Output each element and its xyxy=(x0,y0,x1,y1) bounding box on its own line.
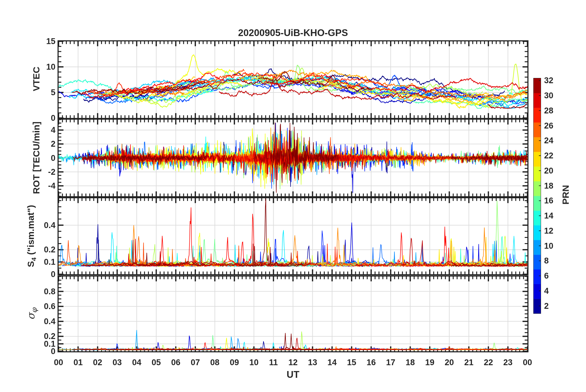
colorbar-tick-label: 4 xyxy=(544,286,549,296)
x-tick-label: 11 xyxy=(269,358,278,367)
colorbar-tick-label: 16 xyxy=(544,196,553,206)
colorbar-tick-label: 20 xyxy=(544,166,553,175)
colorbar-tick-label: 8 xyxy=(544,256,549,266)
y-tick-label: 0.8 xyxy=(44,287,55,296)
colorbar-tick-label: 14 xyxy=(544,211,553,221)
y-tick-label: 0.2 xyxy=(44,245,55,255)
chart-canvas xyxy=(0,0,586,392)
x-tick-label: 00 xyxy=(523,358,532,367)
chart-title: 20200905-UiB-KHO-GPS xyxy=(238,27,348,39)
colorbar-tick-label: 30 xyxy=(544,91,553,100)
x-axis-label: UT xyxy=(287,369,299,380)
x-tick-label: 12 xyxy=(288,358,298,367)
y-tick-label: 15 xyxy=(46,37,55,46)
colorbar-tick-label: 28 xyxy=(544,106,553,115)
x-tick-label: 10 xyxy=(249,358,258,367)
y-tick-label: 0 xyxy=(51,270,55,279)
x-tick-label: 17 xyxy=(386,358,395,367)
x-tick-label: 19 xyxy=(425,358,434,367)
colorbar-tick-label: 32 xyxy=(544,76,553,85)
x-tick-label: 13 xyxy=(308,358,317,367)
y-axis-label-rot: ROT [TECU/min] xyxy=(31,122,42,194)
y-tick-label: 0.4 xyxy=(44,316,55,326)
y-tick-label: 5 xyxy=(51,88,55,97)
x-tick-label: 05 xyxy=(152,358,161,367)
x-tick-label: 08 xyxy=(210,358,219,367)
colorbar-tick-label: 6 xyxy=(544,271,549,281)
colorbar-tick-label: 24 xyxy=(544,136,553,145)
x-tick-label: 22 xyxy=(484,358,493,367)
y-tick-label: 0.1 xyxy=(44,257,55,267)
y-tick-label: 4 xyxy=(51,125,55,135)
x-tick-label: 04 xyxy=(132,358,141,367)
colorbar-tick-label: 2 xyxy=(544,301,549,311)
y-tick-label: 0 xyxy=(51,153,55,163)
x-tick-label: 03 xyxy=(112,358,122,367)
y-tick-label: 0 xyxy=(51,113,55,123)
y-axis-label-vtec: VTEC xyxy=(31,67,42,91)
x-tick-label: 07 xyxy=(191,358,200,367)
colorbar-tick-label: 12 xyxy=(544,226,553,235)
x-tick-label: 02 xyxy=(93,358,102,367)
y-tick-label: 0.4 xyxy=(44,220,55,230)
colorbar-tick-label: 10 xyxy=(544,241,553,251)
y-tick-label: 0.6 xyxy=(44,302,55,311)
x-tick-label: 14 xyxy=(328,358,337,367)
y-tick-label: 0.2 xyxy=(44,332,55,341)
x-tick-label: 21 xyxy=(464,358,474,367)
y-tick-label: 2 xyxy=(51,139,55,149)
colorbar-tick-label: 18 xyxy=(544,181,553,190)
x-tick-label: 20 xyxy=(445,358,454,367)
colorbar-label: PRN xyxy=(560,185,571,204)
x-tick-label: 09 xyxy=(230,358,239,367)
x-tick-label: 23 xyxy=(503,358,513,367)
y-axis-label-s4: S4 ("ism.mat") xyxy=(26,205,36,267)
y-axis-label-sigma-phi: σφ xyxy=(25,308,37,320)
x-tick-label: 00 xyxy=(54,358,63,367)
x-tick-label: 18 xyxy=(405,358,415,367)
colorbar-tick-label: 22 xyxy=(544,151,553,161)
y-tick-label: -2 xyxy=(48,167,55,177)
x-tick-label: 01 xyxy=(73,358,83,367)
x-tick-label: 06 xyxy=(171,358,180,367)
figure: 20200905-UiB-KHO-GPS VTEC ROT [TECU/min]… xyxy=(0,0,586,392)
colorbar-tick-label: 26 xyxy=(544,121,553,130)
y-tick-label: -4 xyxy=(48,181,55,191)
y-tick-label: 10 xyxy=(46,62,55,72)
x-tick-label: 15 xyxy=(347,358,356,367)
x-tick-label: 16 xyxy=(367,358,376,367)
